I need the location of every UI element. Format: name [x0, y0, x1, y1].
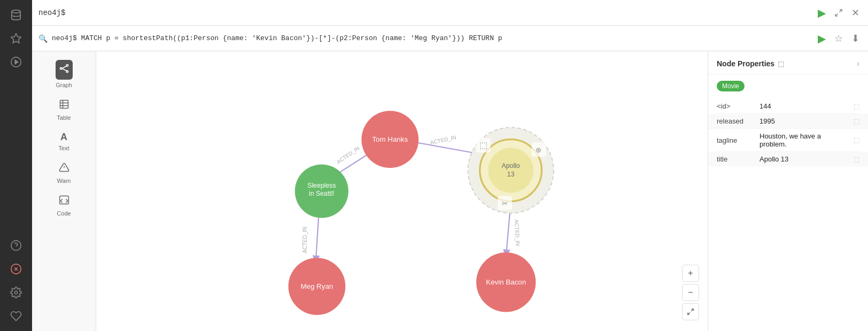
graph-area[interactable]: ACTED_IN ACTED_IN ACTED_IN ACTED_IN Slee…	[96, 51, 708, 331]
prop-val-title: Apollo 13	[759, 155, 849, 163]
query-star-button[interactable]: ☆	[832, 30, 845, 47]
expand-button[interactable]	[832, 6, 845, 19]
zoom-controls: + −	[682, 265, 699, 320]
prop-copy-tagline[interactable]: ⬚	[854, 136, 859, 144]
props-body: Movie <id> 144 ⬚ released 1995 ⬚	[708, 74, 868, 173]
graph-label: Graph	[56, 82, 72, 88]
label-badge[interactable]: Movie	[717, 81, 745, 91]
node-apollo-label1: Apollo	[502, 162, 520, 170]
apollo-icon-cut[interactable]: ✂	[498, 196, 512, 210]
fit-button[interactable]	[682, 303, 699, 320]
svg-marker-1	[11, 34, 21, 43]
sidebar	[0, 0, 32, 331]
warn-view-item[interactable]: Warn	[35, 158, 92, 188]
graph-icon	[56, 60, 73, 80]
query-bar: 🔍 neo4j$ MATCH p = shortestPath((p1:Pers…	[32, 26, 868, 51]
prop-copy-id[interactable]: ⬚	[854, 103, 859, 110]
close-button[interactable]: ✕	[849, 5, 862, 21]
star-icon[interactable]	[5, 28, 27, 49]
prop-val-released: 1995	[759, 117, 849, 125]
properties-panel: Node Properties ⬚ › Movie <id> 144 ⬚ re	[708, 51, 868, 331]
svg-text:⊛: ⊛	[536, 146, 541, 154]
text-label: Text	[58, 145, 69, 151]
props-copy-icon[interactable]: ⬚	[778, 60, 784, 68]
view-panel: Graph Table A Text	[32, 51, 96, 331]
prop-row-tagline: tagline Houston, we have a problem. ⬚	[717, 129, 859, 152]
prop-copy-title[interactable]: ⬚	[854, 156, 859, 163]
prop-row-id: <id> 144 ⬚	[717, 99, 859, 114]
settings-icon[interactable]	[5, 282, 27, 303]
props-title: Node Properties ⬚	[717, 59, 784, 68]
query-content: neo4j$ MATCH p = shortestPath((p1:Person…	[52, 34, 502, 42]
svg-line-11	[835, 13, 838, 16]
help-icon[interactable]	[5, 235, 27, 256]
svg-line-31	[688, 312, 690, 314]
node-sleepless-label2: in Seattl!	[309, 190, 335, 197]
code-icon	[59, 195, 69, 208]
error-circle-icon[interactable]	[5, 258, 27, 280]
prop-key-id: <id>	[717, 102, 759, 110]
zoom-out-button[interactable]: −	[682, 284, 699, 301]
table-label: Table	[57, 114, 71, 121]
prop-val-tagline: Houston, we have a problem.	[759, 132, 849, 148]
text-view-item[interactable]: A Text	[35, 127, 92, 156]
prop-key-title: title	[717, 155, 759, 163]
props-table: <id> 144 ⬚ released 1995 ⬚ tagline Houst…	[717, 99, 859, 166]
prop-row-released: released 1995 ⬚	[708, 114, 868, 129]
code-label: Code	[57, 210, 71, 217]
play-circle-icon[interactable]	[5, 51, 27, 73]
svg-point-13	[66, 65, 68, 66]
table-view-item[interactable]: Table	[35, 95, 92, 125]
node-tom-hanks-label: Tom Hanks	[372, 135, 408, 143]
text-icon: A	[60, 132, 67, 143]
svg-marker-3	[15, 60, 18, 64]
edge-label-tomhanks-apollo: ACTED_IN	[430, 134, 457, 145]
command-bar: neo4j$ ▶ ✕	[32, 0, 868, 26]
svg-line-30	[691, 309, 693, 311]
svg-point-12	[60, 67, 61, 69]
svg-line-10	[839, 10, 842, 12]
warn-icon	[59, 162, 69, 175]
svg-line-15	[61, 66, 66, 68]
svg-line-16	[61, 68, 66, 71]
props-header: Node Properties ⬚ ›	[708, 51, 868, 74]
apollo-icon-copy[interactable]: ⬚	[476, 138, 491, 152]
svg-point-9	[14, 291, 18, 294]
svg-point-0	[12, 10, 21, 13]
apollo-icon-link[interactable]: ⊛	[532, 142, 546, 157]
database-icon[interactable]	[5, 4, 27, 26]
content-area: Graph Table A Text	[32, 51, 868, 331]
plugin-icon[interactable]	[5, 305, 27, 327]
prop-copy-released[interactable]: ⬚	[854, 118, 859, 125]
warn-label: Warn	[57, 178, 71, 184]
node-sleepless-label1: Sleepless	[307, 182, 336, 189]
prop-key-tagline: tagline	[717, 136, 759, 144]
prop-key-released: released	[717, 117, 759, 125]
node-apollo-label2: 13	[507, 171, 515, 178]
prop-row-title: title Apollo 13 ⬚	[708, 152, 868, 166]
svg-point-4	[11, 241, 21, 250]
svg-text:✂: ✂	[502, 199, 508, 207]
main-area: neo4j$ ▶ ✕ 🔍 neo4j$ MATCH p = shortestPa…	[32, 0, 868, 331]
query-text: neo4j$ MATCH p = shortestPath((p1:Person…	[52, 34, 811, 42]
prop-val-id: 144	[759, 102, 849, 110]
run-button[interactable]: ▶	[816, 4, 828, 21]
edge-label-sleepless-meg: ACTED_IN	[302, 227, 308, 253]
props-title-text: Node Properties	[717, 59, 774, 68]
search-icon: 🔍	[38, 34, 48, 43]
node-kevin-bacon-label: Kevin Bacon	[486, 278, 526, 286]
query-run-button[interactable]: ▶	[816, 30, 828, 47]
svg-rect-17	[60, 101, 68, 109]
zoom-in-button[interactable]: +	[682, 265, 699, 282]
edge-label-apollo-kevin: ACTED_IN	[514, 219, 521, 246]
svg-text:⬚: ⬚	[479, 141, 487, 150]
command-input[interactable]: neo4j$	[38, 9, 811, 17]
query-download-button[interactable]: ⬇	[849, 30, 862, 47]
graph-view-item[interactable]: Graph	[35, 56, 92, 93]
code-view-item[interactable]: Code	[35, 190, 92, 221]
svg-point-14	[66, 71, 68, 72]
props-expand-icon[interactable]: ›	[857, 59, 859, 68]
query-bar-actions: ▶ ☆ ⬇	[816, 30, 862, 47]
node-meg-ryan-label: Meg Ryan	[300, 282, 333, 290]
table-icon	[59, 99, 69, 112]
